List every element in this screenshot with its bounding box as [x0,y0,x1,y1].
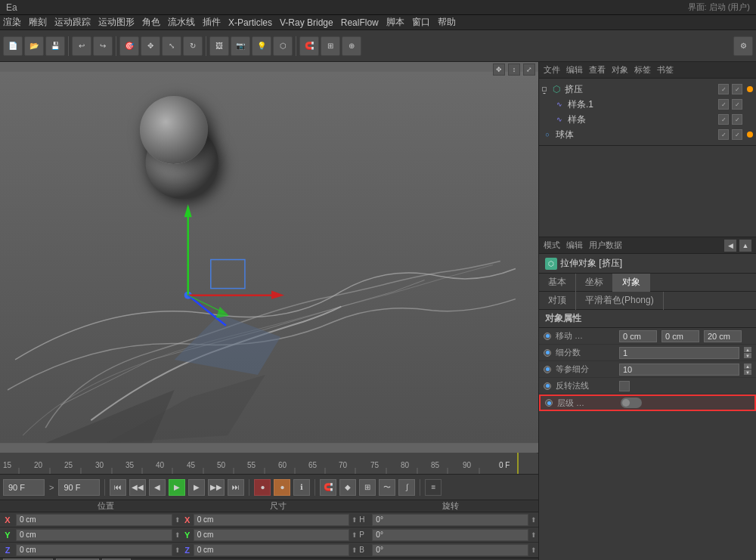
menu-script[interactable]: 脚本 [386,16,404,29]
menu-pipeline[interactable]: 流水线 [168,16,195,29]
menu-vray[interactable]: V-Ray Bridge [280,17,333,28]
tool-settings[interactable]: ⚙ [733,36,753,56]
playback-current-frame[interactable]: 90 F [3,479,45,496]
tree-item-sphere[interactable]: ○ 球体 ✓ ✓ [539,127,756,142]
attr-val-move1[interactable]: 0 cm [619,330,657,342]
attr-val-move3[interactable]: 20 cm [704,330,742,342]
playback-btn-prev[interactable]: ◀◀ [129,479,146,496]
viewport-ctrl-move[interactable]: ✥ [493,63,505,76]
playback-btn-extra[interactable]: ≡ [425,479,442,496]
playback-end-frame[interactable]: 90 F [58,479,100,496]
tool-save[interactable]: 💾 [45,36,65,56]
rot-p-input[interactable]: 0° [372,529,528,541]
attr-nav-edit[interactable]: 编辑 [566,240,583,251]
attr-val-subdiv[interactable]: 1 [619,347,739,359]
tree-item-extrude[interactable]: - ⬡ 挤压 ✓ ✓ [539,82,756,97]
menu-character[interactable]: 角色 [142,16,160,29]
playback-btn-timeline[interactable]: ⊞ [359,479,376,496]
tool-undo[interactable]: ↩ [72,36,91,56]
pos-z-input[interactable]: 0 cm [16,544,172,556]
sub-tab-basic[interactable]: 基本 [539,274,576,292]
attr-radio-move[interactable] [544,333,551,340]
tree-item-spline1[interactable]: ∿ 样条.1 ✓ ✓ [539,97,756,112]
attr-val-isoparm[interactable]: 10 [619,364,739,376]
menu-window[interactable]: 窗口 [412,16,430,29]
attr-radio-flipnorm[interactable] [544,382,551,390]
tool-scale[interactable]: ⤡ [162,36,181,56]
obj-nav-edit[interactable]: 编辑 [566,64,583,76]
playback-btn-snap[interactable]: 🧲 [320,479,336,496]
attr-radio-hierarchy[interactable] [545,399,553,407]
attr-val-move2[interactable]: 0 cm [662,330,699,342]
sub-tab-coord[interactable]: 坐标 [576,274,613,292]
size-y-input[interactable]: 0 cm [194,529,350,541]
spline1-check2[interactable]: ✓ [732,99,742,110]
sphere-object[interactable] [140,96,208,164]
tool-grid[interactable]: ⊞ [321,36,340,56]
subdiv-stepper[interactable]: ▲ ▼ [744,347,751,358]
size-x-input[interactable]: 0 cm [194,514,350,526]
obj-nav-tag[interactable]: 标签 [634,64,651,76]
playback-btn-info[interactable]: ℹ [293,479,310,496]
tool-axis[interactable]: ⊕ [342,36,361,56]
extrude-check1[interactable]: ✓ [718,84,729,94]
playback-btn-keyframe[interactable]: ◆ [339,479,356,496]
playback-btn-step-back[interactable]: ◀ [149,479,166,496]
rot-b-input[interactable]: 0° [372,544,528,556]
viewport-canvas[interactable]: ✥ ↕ ⤢ [0,62,538,453]
attr-nav-up[interactable]: ▲ [739,240,751,252]
hierarchy-toggle[interactable] [621,398,642,408]
tool-snap[interactable]: 🧲 [299,36,319,56]
tool-light[interactable]: 💡 [252,36,271,56]
menu-sculpt[interactable]: 雕刻 [29,16,47,29]
size-z-input[interactable]: 0 cm [194,544,350,556]
rot-h-input[interactable]: 0° [372,514,528,526]
menu-motion-graph[interactable]: 运动图形 [98,16,135,29]
menu-plugin[interactable]: 插件 [203,16,221,29]
playback-btn-next[interactable]: ▶▶ [208,479,225,496]
tool-camera[interactable]: 📷 [231,36,250,56]
playback-btn-play[interactable]: ▶ [169,479,185,496]
pos-y-input[interactable]: 0 cm [16,529,172,541]
obj-nav-object[interactable]: 对象 [612,64,628,76]
tool-new[interactable]: 📄 [3,36,23,56]
isoparm-stepper[interactable]: ▲ ▼ [744,364,751,375]
tool-render[interactable]: 🖼 [209,36,229,56]
tool-move[interactable]: ✥ [141,36,160,56]
spline-check1[interactable]: ✓ [718,114,729,125]
attr-radio-isoparm[interactable] [544,366,551,373]
spline-check2[interactable]: ✓ [732,114,742,125]
sub-tab-top[interactable]: 对顶 [539,292,576,310]
playback-btn-next-end[interactable]: ⏭ [228,479,244,496]
tool-redo[interactable]: ↪ [93,36,113,56]
tool-primitive[interactable]: ⬡ [273,36,293,56]
menu-realflow[interactable]: RealFlow [341,17,379,28]
playback-btn-motion[interactable]: ∫ [398,479,415,496]
pos-x-input[interactable]: 0 cm [16,514,172,526]
obj-nav-bookmark[interactable]: 书签 [657,64,674,76]
playback-btn-record2[interactable]: ● [274,479,290,496]
attr-nav-left[interactable]: ◀ [724,240,736,252]
sub-tab-object[interactable]: 对象 [613,274,650,292]
tool-rotate[interactable]: ↻ [183,36,203,56]
menu-help[interactable]: 帮助 [438,16,456,29]
tree-item-spline[interactable]: ∿ 样条 ✓ ✓ [539,112,756,127]
menu-motion-track[interactable]: 运动跟踪 [54,16,91,29]
spline1-check1[interactable]: ✓ [718,99,729,110]
tree-toggle-extrude[interactable]: - [542,87,547,91]
viewport-ctrl-rotate[interactable]: ↕ [508,63,520,76]
extrude-check2[interactable]: ✓ [732,84,742,94]
obj-nav-view[interactable]: 查看 [589,64,606,76]
sphere-check2[interactable]: ✓ [732,129,742,140]
playback-btn-prev-start[interactable]: ⏮ [110,479,126,496]
sub-tab-phong[interactable]: 平滑着色(Phong) [576,292,664,310]
menu-render[interactable]: 渲染 [3,16,21,29]
attr-nav-mode[interactable]: 模式 [544,240,560,251]
attr-nav-userdata[interactable]: 用户数据 [589,240,622,251]
menu-xparticles[interactable]: X-Particles [228,17,272,28]
viewport-ctrl-zoom[interactable]: ⤢ [523,63,535,76]
flipnorm-checkbox[interactable] [619,381,630,391]
playback-btn-curve[interactable]: 〜 [379,479,395,496]
tool-select[interactable]: 🎯 [119,36,139,56]
obj-nav-file[interactable]: 文件 [544,64,560,76]
